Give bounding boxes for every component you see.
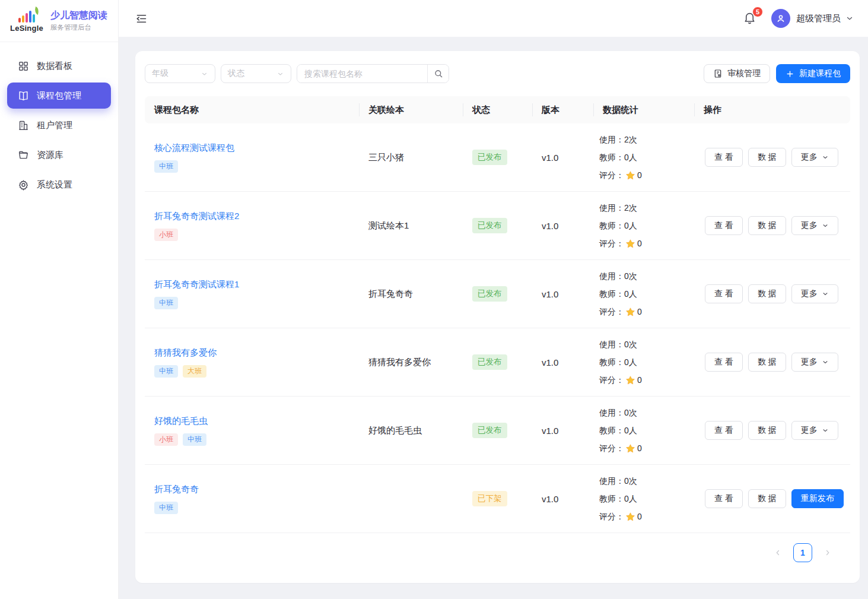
grade-tags: 中班 [154,160,359,173]
grade-tag: 小班 [154,433,178,446]
grade-tags: 中班 [154,502,359,514]
pagination-next-button[interactable] [819,543,836,562]
course-package-link[interactable]: 好饿的毛毛虫 [154,416,208,427]
course-package-card: 年级 状态 [135,51,860,583]
brand-subtitle: 服务管理后台 [50,23,107,32]
status-select[interactable]: 状态 [221,64,291,83]
star-icon [625,443,635,454]
sidebar-item-tenants[interactable]: 租户管理 [7,112,111,138]
sidebar-item-course-packages[interactable]: 课程包管理 [7,83,111,109]
data-button[interactable]: 数 据 [748,489,786,508]
table-row: 猜猜我有多爱你中班大班猜猜我有多爱你已发布v1.0使用：0次教师：0人评分：0查… [145,328,850,397]
chevron-down-icon [822,154,829,161]
teacher-stat: 教师：0人 [599,285,694,303]
version: v1.0 [542,494,558,504]
gear-icon [18,179,29,191]
column-header-stats: 数据统计 [593,104,694,116]
audit-management-button[interactable]: 审核管理 [704,64,770,83]
table-row: 好饿的毛毛虫小班中班好饿的毛毛虫已发布v1.0使用：0次教师：0人评分：0查 看… [145,397,850,465]
grade-select[interactable]: 年级 [145,64,215,83]
more-button[interactable]: 更多 [791,353,838,372]
grade-tags: 小班 [154,229,359,241]
more-button[interactable]: 更多 [791,148,838,167]
dashboard-icon [18,61,29,72]
more-button[interactable]: 更多 [791,421,838,440]
sidebar-menu: 数据看板 课程包管理 租户管理 资源库 系统设置 [0,42,118,198]
usage-stat: 使用：0次 [599,404,694,421]
table-header: 课程包名称 关联绘本 状态 版本 数据统计 操作 [145,96,850,123]
plus-icon [786,69,794,78]
user-menu-chevron-down-icon[interactable] [845,14,854,23]
grade-tag: 中班 [154,365,178,378]
data-button[interactable]: 数 据 [748,421,786,440]
usage-stat: 使用：2次 [599,199,694,217]
notification-count-badge: 5 [752,7,763,17]
sidebar-collapse-icon[interactable] [133,10,150,27]
sidebar-item-label: 系统设置 [37,179,72,191]
sidebar-item-settings[interactable]: 系统设置 [7,172,111,198]
grade-tag: 中班 [154,160,178,173]
course-package-link[interactable]: 折耳兔奇奇测试课程1 [154,279,239,290]
status-select-placeholder: 状态 [228,68,244,79]
avatar[interactable] [771,9,790,28]
grade-tags: 中班大班 [154,365,359,378]
rating-stat: 评分：0 [599,234,694,252]
data-button[interactable]: 数 据 [748,148,786,167]
grade-tag: 中班 [154,297,178,309]
view-button[interactable]: 查 看 [705,148,743,167]
teacher-stat: 教师：0人 [599,353,694,371]
course-package-link[interactable]: 折耳兔奇奇 [154,484,199,495]
related-book: 猜猜我有多爱你 [368,357,431,367]
related-book: 测试绘本1 [368,220,409,230]
book-icon [18,90,29,102]
brand-title: 少儿智慧阅读 [50,9,107,21]
republish-button[interactable]: 重新发布 [791,489,844,508]
notification-bell-icon[interactable]: 5 [743,11,758,26]
course-package-link[interactable]: 核心流程测试课程包 [154,142,234,154]
audit-icon [713,69,723,78]
view-button[interactable]: 查 看 [705,489,743,508]
sidebar-item-label: 课程包管理 [37,90,81,102]
star-icon [625,307,635,317]
create-course-package-button[interactable]: 新建课程包 [776,64,850,83]
version: v1.0 [542,426,558,436]
course-package-link[interactable]: 折耳兔奇奇测试课程2 [154,211,239,222]
teacher-stat: 教师：0人 [599,490,694,508]
more-button[interactable]: 更多 [791,284,838,303]
chevron-right-icon [824,549,832,557]
sidebar-item-label: 数据看板 [37,61,72,72]
brand-logo-icon: LeSingle [8,9,45,33]
data-button[interactable]: 数 据 [748,284,786,303]
star-icon [625,239,635,249]
view-button[interactable]: 查 看 [705,421,743,440]
column-header-version: 版本 [532,104,593,116]
sidebar-item-dashboard[interactable]: 数据看板 [7,53,111,79]
sidebar-item-label: 资源库 [37,150,63,161]
view-button[interactable]: 查 看 [705,216,743,235]
status-badge: 已发布 [472,150,507,165]
search-button[interactable] [427,65,449,83]
data-button[interactable]: 数 据 [748,353,786,372]
row-actions: 查 看数 据更多 [705,148,850,167]
view-button[interactable]: 查 看 [705,284,743,303]
view-button[interactable]: 查 看 [705,353,743,372]
data-button[interactable]: 数 据 [748,216,786,235]
row-actions: 查 看数 据更多 [705,353,850,372]
chevron-down-icon [822,290,829,297]
search-box [297,64,449,83]
column-header-book: 关联绘本 [359,104,463,116]
sidebar-item-resources[interactable]: 资源库 [7,142,111,168]
usage-stat: 使用：0次 [599,335,694,353]
pagination-page-1[interactable]: 1 [793,543,812,562]
pagination-prev-button[interactable] [770,543,786,562]
table-row: 折耳兔奇奇测试课程2小班测试绘本1已发布v1.0使用：2次教师：0人评分：0查 … [145,192,850,260]
grade-tags: 小班中班 [154,433,359,446]
search-input[interactable] [297,65,427,83]
course-package-link[interactable]: 猜猜我有多爱你 [154,347,217,359]
user-name[interactable]: 超级管理员 [796,13,841,24]
usage-stat: 使用：0次 [599,267,694,285]
status-badge: 已发布 [472,286,507,302]
teacher-stat: 教师：0人 [599,217,694,234]
grade-tag: 小班 [154,229,178,241]
more-button[interactable]: 更多 [791,216,838,235]
